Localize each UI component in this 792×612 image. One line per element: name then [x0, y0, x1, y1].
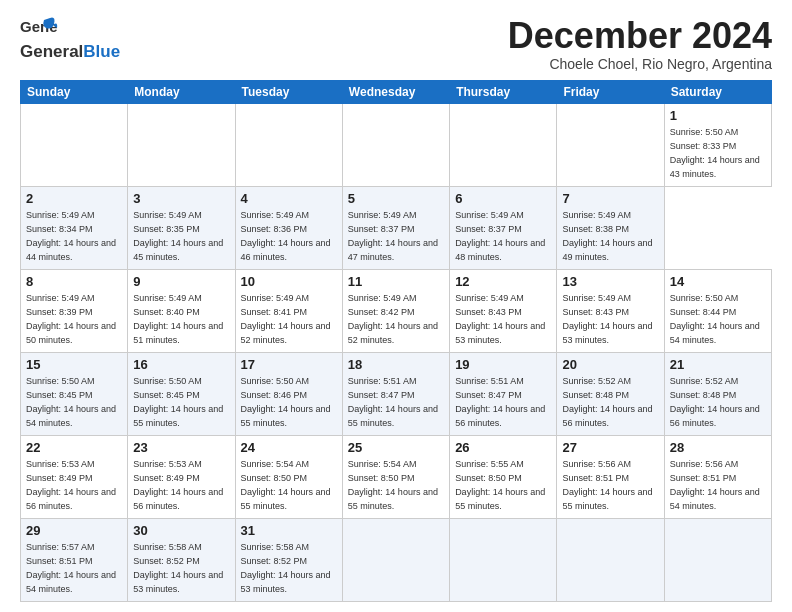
day-info: Sunrise: 5:50 AMSunset: 8:44 PMDaylight:… — [670, 293, 760, 345]
calendar-week-row: 8Sunrise: 5:49 AMSunset: 8:39 PMDaylight… — [21, 269, 772, 352]
day-of-week-header: Monday — [128, 80, 235, 103]
day-info: Sunrise: 5:54 AMSunset: 8:50 PMDaylight:… — [348, 459, 438, 511]
calendar-week-row: 22Sunrise: 5:53 AMSunset: 8:49 PMDayligh… — [21, 435, 772, 518]
day-info: Sunrise: 5:49 AMSunset: 8:40 PMDaylight:… — [133, 293, 223, 345]
day-number: 8 — [26, 273, 122, 291]
empty-cell — [342, 518, 449, 601]
day-info: Sunrise: 5:49 AMSunset: 8:36 PMDaylight:… — [241, 210, 331, 262]
calendar-day: 27Sunrise: 5:56 AMSunset: 8:51 PMDayligh… — [557, 435, 664, 518]
calendar-day: 10Sunrise: 5:49 AMSunset: 8:41 PMDayligh… — [235, 269, 342, 352]
logo-icon: General — [20, 16, 58, 46]
day-number: 9 — [133, 273, 229, 291]
calendar-day: 25Sunrise: 5:54 AMSunset: 8:50 PMDayligh… — [342, 435, 449, 518]
calendar-week-row: 15Sunrise: 5:50 AMSunset: 8:45 PMDayligh… — [21, 352, 772, 435]
day-info: Sunrise: 5:56 AMSunset: 8:51 PMDaylight:… — [562, 459, 652, 511]
calendar-day: 16Sunrise: 5:50 AMSunset: 8:45 PMDayligh… — [128, 352, 235, 435]
empty-cell — [235, 103, 342, 186]
calendar: SundayMondayTuesdayWednesdayThursdayFrid… — [20, 80, 772, 602]
day-info: Sunrise: 5:55 AMSunset: 8:50 PMDaylight:… — [455, 459, 545, 511]
day-info: Sunrise: 5:49 AMSunset: 8:37 PMDaylight:… — [348, 210, 438, 262]
empty-cell — [450, 103, 557, 186]
day-info: Sunrise: 5:51 AMSunset: 8:47 PMDaylight:… — [348, 376, 438, 428]
day-number: 15 — [26, 356, 122, 374]
month-title: December 2024 — [508, 16, 772, 56]
calendar-day: 26Sunrise: 5:55 AMSunset: 8:50 PMDayligh… — [450, 435, 557, 518]
day-info: Sunrise: 5:49 AMSunset: 8:37 PMDaylight:… — [455, 210, 545, 262]
calendar-day: 15Sunrise: 5:50 AMSunset: 8:45 PMDayligh… — [21, 352, 128, 435]
day-number: 29 — [26, 522, 122, 540]
day-number: 31 — [241, 522, 337, 540]
day-info: Sunrise: 5:58 AMSunset: 8:52 PMDaylight:… — [133, 542, 223, 594]
day-info: Sunrise: 5:50 AMSunset: 8:33 PMDaylight:… — [670, 127, 760, 179]
day-info: Sunrise: 5:50 AMSunset: 8:45 PMDaylight:… — [133, 376, 223, 428]
day-number: 28 — [670, 439, 766, 457]
day-number: 2 — [26, 190, 122, 208]
header: General General Blue December 2024 Choel… — [20, 16, 772, 72]
day-info: Sunrise: 5:52 AMSunset: 8:48 PMDaylight:… — [562, 376, 652, 428]
calendar-week-row: 2Sunrise: 5:49 AMSunset: 8:34 PMDaylight… — [21, 186, 772, 269]
page: General General Blue December 2024 Choel… — [0, 0, 792, 612]
calendar-day: 20Sunrise: 5:52 AMSunset: 8:48 PMDayligh… — [557, 352, 664, 435]
day-info: Sunrise: 5:53 AMSunset: 8:49 PMDaylight:… — [133, 459, 223, 511]
empty-cell — [128, 103, 235, 186]
day-number: 7 — [562, 190, 658, 208]
day-info: Sunrise: 5:51 AMSunset: 8:47 PMDaylight:… — [455, 376, 545, 428]
day-number: 4 — [241, 190, 337, 208]
day-info: Sunrise: 5:50 AMSunset: 8:46 PMDaylight:… — [241, 376, 331, 428]
day-number: 19 — [455, 356, 551, 374]
day-info: Sunrise: 5:54 AMSunset: 8:50 PMDaylight:… — [241, 459, 331, 511]
day-number: 21 — [670, 356, 766, 374]
day-number: 23 — [133, 439, 229, 457]
calendar-day: 1Sunrise: 5:50 AMSunset: 8:33 PMDaylight… — [664, 103, 771, 186]
calendar-day: 6Sunrise: 5:49 AMSunset: 8:37 PMDaylight… — [450, 186, 557, 269]
calendar-week-row: 1Sunrise: 5:50 AMSunset: 8:33 PMDaylight… — [21, 103, 772, 186]
calendar-day: 17Sunrise: 5:50 AMSunset: 8:46 PMDayligh… — [235, 352, 342, 435]
day-number: 14 — [670, 273, 766, 291]
calendar-day: 30Sunrise: 5:58 AMSunset: 8:52 PMDayligh… — [128, 518, 235, 601]
day-of-week-header: Saturday — [664, 80, 771, 103]
calendar-day: 18Sunrise: 5:51 AMSunset: 8:47 PMDayligh… — [342, 352, 449, 435]
calendar-day: 13Sunrise: 5:49 AMSunset: 8:43 PMDayligh… — [557, 269, 664, 352]
day-info: Sunrise: 5:57 AMSunset: 8:51 PMDaylight:… — [26, 542, 116, 594]
day-info: Sunrise: 5:49 AMSunset: 8:42 PMDaylight:… — [348, 293, 438, 345]
calendar-day: 22Sunrise: 5:53 AMSunset: 8:49 PMDayligh… — [21, 435, 128, 518]
day-info: Sunrise: 5:49 AMSunset: 8:39 PMDaylight:… — [26, 293, 116, 345]
day-number: 11 — [348, 273, 444, 291]
day-number: 24 — [241, 439, 337, 457]
subtitle: Choele Choel, Rio Negro, Argentina — [508, 56, 772, 72]
calendar-day: 14Sunrise: 5:50 AMSunset: 8:44 PMDayligh… — [664, 269, 771, 352]
day-info: Sunrise: 5:56 AMSunset: 8:51 PMDaylight:… — [670, 459, 760, 511]
day-of-week-header: Sunday — [21, 80, 128, 103]
calendar-header-row: SundayMondayTuesdayWednesdayThursdayFrid… — [21, 80, 772, 103]
calendar-day: 31Sunrise: 5:58 AMSunset: 8:52 PMDayligh… — [235, 518, 342, 601]
logo: General General Blue — [20, 16, 120, 62]
day-info: Sunrise: 5:58 AMSunset: 8:52 PMDaylight:… — [241, 542, 331, 594]
day-number: 1 — [670, 107, 766, 125]
day-number: 6 — [455, 190, 551, 208]
calendar-day: 19Sunrise: 5:51 AMSunset: 8:47 PMDayligh… — [450, 352, 557, 435]
calendar-day: 11Sunrise: 5:49 AMSunset: 8:42 PMDayligh… — [342, 269, 449, 352]
calendar-week-row: 29Sunrise: 5:57 AMSunset: 8:51 PMDayligh… — [21, 518, 772, 601]
day-number: 27 — [562, 439, 658, 457]
empty-cell — [342, 103, 449, 186]
title-section: December 2024 Choele Choel, Rio Negro, A… — [508, 16, 772, 72]
day-number: 26 — [455, 439, 551, 457]
calendar-day: 12Sunrise: 5:49 AMSunset: 8:43 PMDayligh… — [450, 269, 557, 352]
empty-cell — [664, 518, 771, 601]
day-number: 22 — [26, 439, 122, 457]
day-info: Sunrise: 5:49 AMSunset: 8:43 PMDaylight:… — [455, 293, 545, 345]
calendar-day: 23Sunrise: 5:53 AMSunset: 8:49 PMDayligh… — [128, 435, 235, 518]
calendar-day: 24Sunrise: 5:54 AMSunset: 8:50 PMDayligh… — [235, 435, 342, 518]
day-info: Sunrise: 5:49 AMSunset: 8:38 PMDaylight:… — [562, 210, 652, 262]
empty-cell — [557, 103, 664, 186]
day-info: Sunrise: 5:49 AMSunset: 8:41 PMDaylight:… — [241, 293, 331, 345]
day-number: 20 — [562, 356, 658, 374]
calendar-day: 4Sunrise: 5:49 AMSunset: 8:36 PMDaylight… — [235, 186, 342, 269]
calendar-day: 3Sunrise: 5:49 AMSunset: 8:35 PMDaylight… — [128, 186, 235, 269]
day-info: Sunrise: 5:49 AMSunset: 8:35 PMDaylight:… — [133, 210, 223, 262]
day-info: Sunrise: 5:52 AMSunset: 8:48 PMDaylight:… — [670, 376, 760, 428]
calendar-day: 21Sunrise: 5:52 AMSunset: 8:48 PMDayligh… — [664, 352, 771, 435]
day-info: Sunrise: 5:49 AMSunset: 8:43 PMDaylight:… — [562, 293, 652, 345]
day-of-week-header: Wednesday — [342, 80, 449, 103]
day-of-week-header: Thursday — [450, 80, 557, 103]
